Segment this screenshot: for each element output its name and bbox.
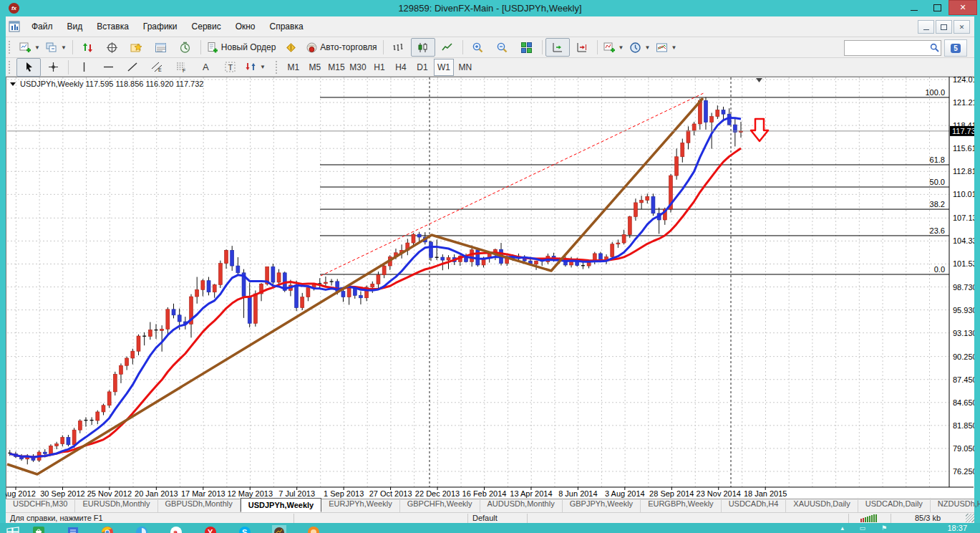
chart-tab-gbpchfh[interactable]: GBPCHFh,Weekly — [400, 498, 480, 512]
auto-trading-button[interactable]: Авто-торговля — [303, 38, 379, 57]
taskbar-skype-icon[interactable]: S — [238, 525, 252, 533]
chart-tab-usdcadh[interactable]: USDCADh,H4 — [722, 498, 787, 512]
chevron-down-icon[interactable]: ▼ — [61, 44, 67, 51]
zoom-out-button[interactable] — [490, 38, 515, 57]
profiles-button[interactable]: ▼ — [43, 38, 69, 57]
chevron-down-icon[interactable]: ▼ — [34, 44, 40, 51]
menu-файл[interactable]: Файл — [24, 18, 60, 35]
chevron-down-icon[interactable]: ▼ — [618, 44, 624, 51]
toolbar-grip[interactable] — [276, 61, 281, 74]
taskbar-start-icon[interactable] — [6, 525, 20, 533]
menu-вставка[interactable]: Вставка — [89, 18, 136, 35]
mdi-restore-button[interactable] — [936, 20, 952, 34]
svg-text:23.6: 23.6 — [930, 226, 945, 235]
cursor-button[interactable] — [16, 58, 41, 77]
timeframe-m5[interactable]: M5 — [305, 59, 325, 76]
terminal-button[interactable] — [149, 38, 173, 57]
search-icon[interactable] — [930, 42, 939, 55]
taskbar-app-blue-icon[interactable] — [66, 525, 80, 533]
chart-tab-xauusdh[interactable]: XAUUSDh,Daily — [786, 498, 858, 512]
chart-candles-button[interactable] — [411, 38, 435, 57]
fibonacci-button[interactable]: F — [169, 58, 193, 77]
timeframe-h4[interactable]: H4 — [391, 59, 411, 76]
taskbar-yandex-browser-icon[interactable]: Y — [203, 525, 218, 533]
price-chart[interactable]: 100.061.850.038.223.60.0124.010121.21011… — [6, 77, 974, 499]
chart-tab-eurgbph[interactable]: EURGBPh,Weekly — [641, 498, 722, 512]
toolbar-grip[interactable] — [9, 61, 14, 74]
chevron-down-icon[interactable]: ▼ — [644, 44, 650, 51]
trend-line-button[interactable] — [120, 58, 145, 77]
horizontal-line-button[interactable] — [96, 58, 120, 77]
search-input[interactable] — [844, 40, 941, 56]
timeframe-w1[interactable]: W1 — [434, 59, 454, 76]
tile-windows-button[interactable] — [515, 38, 539, 57]
market-watch-button[interactable] — [76, 38, 100, 57]
crosshair-button[interactable] — [41, 58, 65, 77]
new-chart-button[interactable]: ▼ — [16, 38, 43, 57]
tray-window-icon[interactable]: ▭ — [859, 524, 865, 532]
chevron-down-icon[interactable]: ▼ — [260, 64, 266, 70]
chart-tab-eurjpyh[interactable]: EURJPYh,Weekly — [321, 498, 399, 512]
chart-tab-usdjpyh[interactable]: USDJPYh,Weekly — [241, 498, 322, 512]
chart-bars-button[interactable] — [387, 38, 411, 57]
tray-up-arrow-icon[interactable]: ▴ — [840, 524, 844, 532]
data-window-button[interactable] — [100, 38, 125, 57]
taskbar-store-icon[interactable] — [31, 525, 46, 533]
text-button[interactable]: A — [193, 58, 218, 77]
chevron-down-icon[interactable]: ▼ — [671, 44, 676, 51]
menu-окно[interactable]: Окно — [228, 18, 263, 35]
menu-сервис[interactable]: Сервис — [185, 18, 228, 35]
taskbar-active-app-icon[interactable] — [272, 525, 286, 533]
chart-tab-nzdusdh[interactable]: NZDUSDh,H4 — [931, 498, 980, 512]
mdi-minimize-button[interactable] — [918, 20, 934, 34]
close-button[interactable]: ✕ — [949, 0, 977, 15]
timeframe-d1[interactable]: D1 — [412, 59, 432, 76]
menu-справка[interactable]: Справка — [263, 18, 311, 35]
chart-tab-eurusdh[interactable]: EURUSDh,Monthly — [75, 498, 157, 512]
chart-window-icon[interactable] — [9, 21, 20, 32]
timeframe-mn[interactable]: MN — [455, 59, 475, 76]
chart-legend[interactable]: USDJPYh,Weekly 117.595 118.856 116.920 1… — [10, 80, 203, 88]
timeframe-h1[interactable]: H1 — [369, 59, 389, 76]
navigator-button[interactable] — [125, 38, 149, 57]
arrows-button[interactable]: ▼ — [242, 58, 268, 77]
zoom-in-button[interactable] — [466, 38, 490, 57]
indicators-button[interactable]: ▼ — [601, 38, 627, 57]
chart-tab-usdchfh[interactable]: USDCHFh,M30 — [6, 498, 75, 512]
taskbar-app-orange-icon[interactable] — [306, 525, 321, 533]
status-profile[interactable]: Default — [468, 514, 528, 523]
strategy-tester-button[interactable] — [173, 38, 198, 57]
menu-вид[interactable]: Вид — [60, 18, 90, 35]
restore-button[interactable] — [926, 0, 949, 15]
timeframe-m15[interactable]: M15 — [326, 59, 346, 76]
new-order-button[interactable]: Новый Ордер — [204, 38, 278, 57]
text-label-button[interactable]: T — [218, 58, 242, 77]
minimize-button[interactable] — [903, 0, 926, 15]
time-axis[interactable]: 5 Aug 201230 Sep 201225 Nov 201220 Jan 2… — [6, 487, 787, 498]
equidistant-channel-button[interactable]: E — [145, 58, 169, 77]
chart-tab-gbpusdh[interactable]: GBPUSDh,Monthly — [158, 498, 241, 512]
menu-графики[interactable]: Графики — [136, 18, 185, 35]
timeframe-m30[interactable]: M30 — [348, 59, 368, 76]
chart-tab-usdcadh[interactable]: USDCADh,Daily — [858, 498, 931, 512]
periods-button[interactable]: ▼ — [626, 38, 653, 57]
svg-text:90.250: 90.250 — [953, 352, 974, 361]
timeframe-m1[interactable]: M1 — [283, 59, 304, 76]
tray-flag-icon[interactable]: ⚑ — [881, 524, 887, 532]
templates-button[interactable]: ▼ — [653, 38, 679, 57]
toolbar-grip[interactable] — [9, 41, 14, 54]
taskbar-app-teal-icon[interactable] — [135, 525, 149, 533]
chart-line-button[interactable] — [435, 38, 460, 57]
chart-tab-audusdh[interactable]: AUDUSDh,Monthly — [480, 498, 563, 512]
taskbar-chrome-icon[interactable] — [100, 525, 115, 533]
notifications-button[interactable]: 5 — [944, 39, 967, 57]
mdi-close-button[interactable]: ✕ — [954, 20, 970, 34]
resize-grip[interactable] — [966, 514, 974, 522]
metaeditor-button[interactable] — [278, 38, 303, 57]
chart-shift-button[interactable] — [570, 38, 594, 57]
taskbar-yandex-alisa-icon[interactable]: а — [169, 525, 183, 533]
chart-tab-gbpjpyh[interactable]: GBPJPYh,Weekly — [563, 498, 641, 512]
vertical-line-button[interactable] — [72, 58, 96, 77]
auto-scroll-button[interactable] — [545, 38, 570, 57]
taskbar-clock[interactable]: 18:37 — [947, 524, 967, 532]
